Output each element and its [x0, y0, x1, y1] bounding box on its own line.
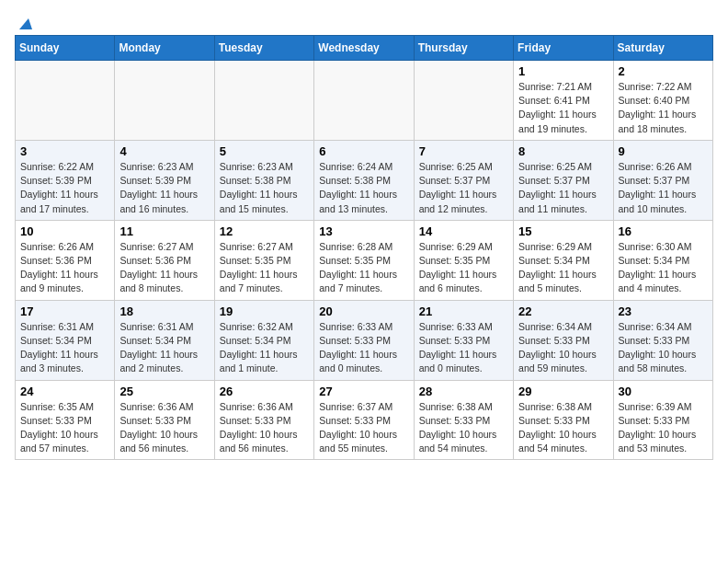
column-header-saturday: Saturday	[613, 36, 712, 61]
calendar-cell	[414, 61, 513, 141]
day-number: 27	[319, 385, 408, 398]
calendar-cell: 15Sunrise: 6:29 AM Sunset: 5:34 PM Dayli…	[514, 220, 613, 300]
column-header-wednesday: Wednesday	[314, 36, 414, 61]
day-number: 3	[20, 144, 109, 158]
day-info: Sunrise: 6:29 AM Sunset: 5:35 PM Dayligh…	[419, 240, 508, 296]
day-info: Sunrise: 6:31 AM Sunset: 5:34 PM Dayligh…	[119, 320, 209, 376]
calendar-week-row: 17Sunrise: 6:31 AM Sunset: 5:34 PM Dayli…	[16, 300, 713, 380]
calendar-cell: 7Sunrise: 6:25 AM Sunset: 5:37 PM Daylig…	[414, 140, 513, 220]
day-info: Sunrise: 7:22 AM Sunset: 6:40 PM Dayligh…	[619, 80, 708, 136]
calendar-cell: 5Sunrise: 6:23 AM Sunset: 5:38 PM Daylig…	[214, 140, 313, 220]
day-number: 24	[20, 385, 109, 398]
day-number: 19	[220, 304, 309, 318]
calendar-week-row: 24Sunrise: 6:35 AM Sunset: 5:33 PM Dayli…	[16, 380, 713, 460]
calendar-week-row: 10Sunrise: 6:26 AM Sunset: 5:36 PM Dayli…	[16, 220, 713, 300]
logo-triangle-icon	[16, 15, 32, 31]
day-number: 7	[419, 144, 508, 158]
day-number: 13	[319, 224, 408, 238]
calendar-cell: 16Sunrise: 6:30 AM Sunset: 5:34 PM Dayli…	[613, 220, 712, 300]
day-info: Sunrise: 6:34 AM Sunset: 5:33 PM Dayligh…	[619, 320, 708, 376]
day-info: Sunrise: 6:27 AM Sunset: 5:36 PM Dayligh…	[119, 240, 209, 296]
calendar-table: SundayMondayTuesdayWednesdayThursdayFrid…	[15, 35, 713, 460]
calendar-cell: 8Sunrise: 6:25 AM Sunset: 5:37 PM Daylig…	[514, 140, 613, 220]
calendar-cell: 6Sunrise: 6:24 AM Sunset: 5:38 PM Daylig…	[314, 140, 414, 220]
day-info: Sunrise: 6:32 AM Sunset: 5:34 PM Dayligh…	[220, 320, 309, 376]
column-header-tuesday: Tuesday	[214, 36, 313, 61]
calendar-cell: 28Sunrise: 6:38 AM Sunset: 5:33 PM Dayli…	[414, 380, 513, 460]
day-info: Sunrise: 6:37 AM Sunset: 5:33 PM Dayligh…	[319, 400, 408, 456]
day-info: Sunrise: 6:23 AM Sunset: 5:39 PM Dayligh…	[119, 160, 209, 216]
day-number: 6	[319, 144, 408, 158]
day-number: 30	[619, 385, 708, 398]
calendar-cell: 11Sunrise: 6:27 AM Sunset: 5:36 PM Dayli…	[115, 220, 214, 300]
calendar-week-row: 3Sunrise: 6:22 AM Sunset: 5:39 PM Daylig…	[16, 140, 713, 220]
day-number: 26	[220, 385, 309, 398]
calendar-cell	[214, 61, 313, 141]
calendar-cell: 14Sunrise: 6:29 AM Sunset: 5:35 PM Dayli…	[414, 220, 513, 300]
day-number: 23	[619, 304, 708, 318]
day-number: 15	[518, 224, 608, 238]
day-info: Sunrise: 6:29 AM Sunset: 5:34 PM Dayligh…	[518, 240, 608, 296]
day-number: 16	[619, 224, 708, 238]
day-info: Sunrise: 6:39 AM Sunset: 5:33 PM Dayligh…	[619, 400, 708, 456]
calendar-cell: 27Sunrise: 6:37 AM Sunset: 5:33 PM Dayli…	[314, 380, 414, 460]
calendar-cell: 26Sunrise: 6:36 AM Sunset: 5:33 PM Dayli…	[214, 380, 313, 460]
day-info: Sunrise: 6:26 AM Sunset: 5:37 PM Dayligh…	[619, 160, 708, 216]
calendar-header-row: SundayMondayTuesdayWednesdayThursdayFrid…	[16, 36, 713, 61]
day-number: 25	[119, 385, 209, 398]
calendar-cell: 19Sunrise: 6:32 AM Sunset: 5:34 PM Dayli…	[214, 300, 313, 380]
calendar-cell: 20Sunrise: 6:33 AM Sunset: 5:33 PM Dayli…	[314, 300, 414, 380]
day-number: 2	[619, 64, 708, 78]
day-number: 1	[518, 64, 608, 78]
calendar-cell: 24Sunrise: 6:35 AM Sunset: 5:33 PM Dayli…	[16, 380, 115, 460]
day-number: 4	[119, 144, 209, 158]
day-number: 17	[20, 304, 109, 318]
calendar-cell	[16, 61, 115, 141]
day-number: 21	[419, 304, 508, 318]
logo	[15, 15, 33, 28]
day-number: 28	[419, 385, 508, 398]
day-info: Sunrise: 6:28 AM Sunset: 5:35 PM Dayligh…	[319, 240, 408, 296]
day-info: Sunrise: 6:35 AM Sunset: 5:33 PM Dayligh…	[20, 400, 109, 456]
day-info: Sunrise: 6:31 AM Sunset: 5:34 PM Dayligh…	[20, 320, 109, 376]
day-number: 29	[518, 385, 608, 398]
day-info: Sunrise: 6:27 AM Sunset: 5:35 PM Dayligh…	[220, 240, 309, 296]
calendar-cell: 17Sunrise: 6:31 AM Sunset: 5:34 PM Dayli…	[16, 300, 115, 380]
day-number: 18	[119, 304, 209, 318]
day-number: 12	[220, 224, 309, 238]
day-info: Sunrise: 6:25 AM Sunset: 5:37 PM Dayligh…	[518, 160, 608, 216]
page-header	[15, 15, 713, 28]
day-number: 11	[119, 224, 209, 238]
day-info: Sunrise: 6:24 AM Sunset: 5:38 PM Dayligh…	[319, 160, 408, 216]
day-info: Sunrise: 6:22 AM Sunset: 5:39 PM Dayligh…	[20, 160, 109, 216]
day-number: 20	[319, 304, 408, 318]
day-info: Sunrise: 6:30 AM Sunset: 5:34 PM Dayligh…	[619, 240, 708, 296]
column-header-monday: Monday	[115, 36, 214, 61]
day-info: Sunrise: 6:34 AM Sunset: 5:33 PM Dayligh…	[518, 320, 608, 376]
column-header-thursday: Thursday	[414, 36, 513, 61]
day-info: Sunrise: 6:36 AM Sunset: 5:33 PM Dayligh…	[119, 400, 209, 456]
calendar-cell: 1Sunrise: 7:21 AM Sunset: 6:41 PM Daylig…	[514, 61, 613, 141]
day-info: Sunrise: 6:38 AM Sunset: 5:33 PM Dayligh…	[518, 400, 608, 456]
calendar-cell: 21Sunrise: 6:33 AM Sunset: 5:33 PM Dayli…	[414, 300, 513, 380]
calendar-cell	[115, 61, 214, 141]
calendar-cell: 22Sunrise: 6:34 AM Sunset: 5:33 PM Dayli…	[514, 300, 613, 380]
calendar-cell: 12Sunrise: 6:27 AM Sunset: 5:35 PM Dayli…	[214, 220, 313, 300]
day-info: Sunrise: 6:33 AM Sunset: 5:33 PM Dayligh…	[319, 320, 408, 376]
day-info: Sunrise: 6:36 AM Sunset: 5:33 PM Dayligh…	[220, 400, 309, 456]
day-info: Sunrise: 6:33 AM Sunset: 5:33 PM Dayligh…	[419, 320, 508, 376]
calendar-cell: 25Sunrise: 6:36 AM Sunset: 5:33 PM Dayli…	[115, 380, 214, 460]
day-number: 10	[20, 224, 109, 238]
day-number: 8	[518, 144, 608, 158]
day-number: 5	[220, 144, 309, 158]
day-number: 9	[619, 144, 708, 158]
calendar-cell: 9Sunrise: 6:26 AM Sunset: 5:37 PM Daylig…	[613, 140, 712, 220]
calendar-week-row: 1Sunrise: 7:21 AM Sunset: 6:41 PM Daylig…	[16, 61, 713, 141]
day-number: 22	[518, 304, 608, 318]
column-header-sunday: Sunday	[16, 36, 115, 61]
day-info: Sunrise: 6:23 AM Sunset: 5:38 PM Dayligh…	[220, 160, 309, 216]
calendar-cell: 4Sunrise: 6:23 AM Sunset: 5:39 PM Daylig…	[115, 140, 214, 220]
calendar-cell	[314, 61, 414, 141]
calendar-cell: 18Sunrise: 6:31 AM Sunset: 5:34 PM Dayli…	[115, 300, 214, 380]
day-number: 14	[419, 224, 508, 238]
